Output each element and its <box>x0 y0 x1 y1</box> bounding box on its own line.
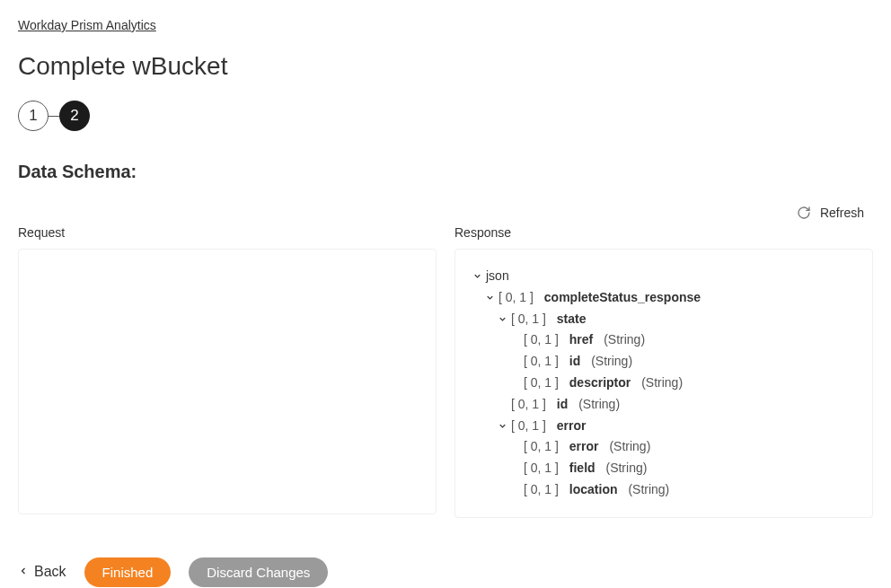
tree-label: href <box>569 329 593 351</box>
tree-label: state <box>557 309 587 330</box>
tree-range: [ 0, 1 ] <box>524 373 559 394</box>
response-tree: json [ 0, 1 ] completeStatus_response [ … <box>472 266 856 501</box>
tree-range: [ 0, 1 ] <box>511 416 546 437</box>
tree-label: completeStatus_response <box>544 287 701 309</box>
response-panel: json [ 0, 1 ] completeStatus_response [ … <box>454 249 873 518</box>
page-title: Complete wBucket <box>18 52 873 81</box>
tree-range: [ 0, 1 ] <box>524 351 559 373</box>
back-label: Back <box>34 564 66 580</box>
refresh-icon[interactable] <box>797 206 811 220</box>
tree-label: id <box>569 351 580 373</box>
tree-label: json <box>486 266 509 287</box>
tree-node-field[interactable]: [ 0, 1 ] field (String) <box>472 458 856 479</box>
chevron-down-icon[interactable] <box>472 271 482 282</box>
request-column: Request <box>18 225 437 514</box>
tree-node-location[interactable]: [ 0, 1 ] location (String) <box>472 479 856 501</box>
response-column: Response json [ 0, 1 ] completeStatus_re… <box>454 225 873 518</box>
request-panel <box>18 249 437 514</box>
section-title: Data Schema: <box>18 162 873 182</box>
tree-node-id[interactable]: [ 0, 1 ] id (String) <box>472 351 856 373</box>
tree-type: (String) <box>591 351 632 373</box>
chevron-down-icon[interactable] <box>484 293 495 303</box>
tree-node-completestatus[interactable]: [ 0, 1 ] completeStatus_response <box>472 287 856 309</box>
tree-type: (String) <box>605 458 647 479</box>
step-2[interactable]: 2 <box>59 101 90 131</box>
tree-label: error <box>569 436 599 458</box>
response-header: Response <box>454 225 873 240</box>
tree-node-error[interactable]: [ 0, 1 ] error <box>472 416 856 437</box>
tree-range: [ 0, 1 ] <box>511 394 546 416</box>
tree-node-id-outer[interactable]: [ 0, 1 ] id (String) <box>472 394 856 416</box>
step-connector <box>49 116 59 117</box>
request-header: Request <box>18 225 437 240</box>
chevron-down-icon[interactable] <box>497 313 507 324</box>
tree-label: id <box>557 394 568 416</box>
tree-label: field <box>569 458 595 479</box>
breadcrumb-link[interactable]: Workday Prism Analytics <box>18 18 156 32</box>
tree-node-state[interactable]: [ 0, 1 ] state <box>472 309 856 330</box>
step-1[interactable]: 1 <box>18 101 49 131</box>
tree-type: (String) <box>609 436 650 458</box>
tree-type: (String) <box>578 394 620 416</box>
tree-range: [ 0, 1 ] <box>498 287 534 309</box>
tree-label: descriptor <box>569 373 631 394</box>
tree-node-error-field[interactable]: [ 0, 1 ] error (String) <box>472 436 856 458</box>
back-button[interactable]: Back <box>18 564 66 580</box>
tree-range: [ 0, 1 ] <box>524 458 559 479</box>
tree-range: [ 0, 1 ] <box>524 436 559 458</box>
tree-range: [ 0, 1 ] <box>511 309 546 330</box>
chevron-down-icon[interactable] <box>497 420 507 431</box>
refresh-button[interactable]: Refresh <box>820 206 864 220</box>
tree-type: (String) <box>604 329 645 351</box>
tree-node-href[interactable]: [ 0, 1 ] href (String) <box>472 329 856 351</box>
finished-button[interactable]: Finished <box>84 557 172 587</box>
tree-type: (String) <box>628 479 669 501</box>
discard-changes-button[interactable]: Discard Changes <box>189 557 328 587</box>
tree-label: error <box>557 416 587 437</box>
tree-label: location <box>569 479 618 501</box>
chevron-left-icon <box>18 564 29 580</box>
tree-node-descriptor[interactable]: [ 0, 1 ] descriptor (String) <box>472 373 856 394</box>
stepper: 1 2 <box>18 101 873 131</box>
tree-range: [ 0, 1 ] <box>524 479 559 501</box>
tree-range: [ 0, 1 ] <box>524 329 559 351</box>
tree-node-json[interactable]: json <box>472 266 856 287</box>
tree-type: (String) <box>641 373 683 394</box>
